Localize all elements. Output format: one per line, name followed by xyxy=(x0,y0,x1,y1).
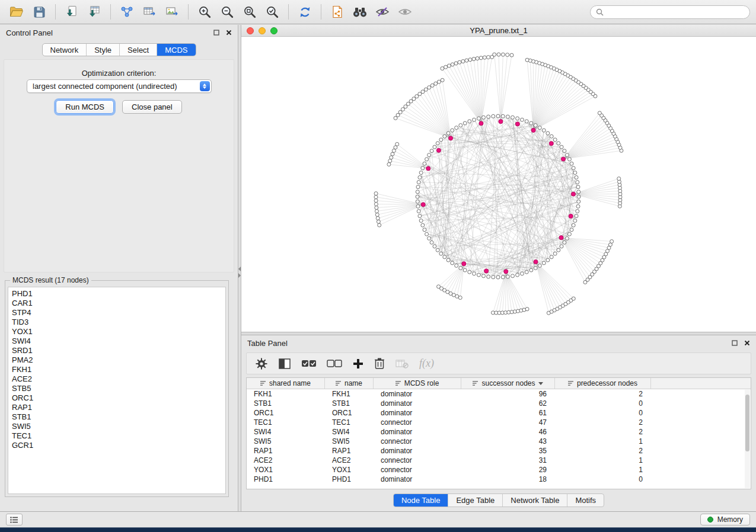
cell-shared-name: FKH1 xyxy=(247,390,325,398)
mcds-result-item[interactable]: PMA2 xyxy=(12,355,222,365)
cell-successor-nodes: 43 xyxy=(461,437,555,446)
cell-name: SWI4 xyxy=(325,428,374,436)
table-row[interactable]: TEC1 TEC1 connector 47 2 xyxy=(247,418,751,427)
splitter-grip-icon[interactable] xyxy=(238,267,241,278)
column-header-name[interactable]: name xyxy=(325,378,374,389)
close-window-button[interactable] xyxy=(247,27,254,34)
cell-name: RAP1 xyxy=(325,447,374,455)
mcds-result-item[interactable]: SRD1 xyxy=(12,346,222,355)
open-session-button[interactable] xyxy=(6,2,27,21)
status-menu-button[interactable] xyxy=(6,514,23,525)
close-panel-button[interactable]: Close panel xyxy=(122,100,182,114)
mcds-result-item[interactable]: PHD1 xyxy=(12,289,222,299)
export-image-button[interactable] xyxy=(161,2,183,21)
zoom-out-button[interactable] xyxy=(216,2,238,21)
dropdown-arrows-icon xyxy=(200,81,210,91)
cell-mcds-role: dominator xyxy=(374,390,461,398)
mcds-result-item[interactable]: STB1 xyxy=(12,412,222,422)
settings-gear-icon[interactable] xyxy=(255,357,268,370)
table-row[interactable]: ACE2 ACE2 connector 31 1 xyxy=(247,456,751,465)
tab-node-table[interactable]: Node Table xyxy=(394,494,449,507)
close-panel-icon[interactable] xyxy=(226,30,232,36)
table-panel: Table Panel xyxy=(241,335,756,511)
cell-shared-name: SWI5 xyxy=(247,437,325,446)
minimize-window-button[interactable] xyxy=(259,27,266,34)
toolbar-separator xyxy=(110,4,111,20)
float-panel-icon[interactable] xyxy=(732,340,738,346)
optimization-criterion-select[interactable]: largest connected component (undirected) xyxy=(27,79,212,93)
find-button[interactable] xyxy=(349,2,371,21)
cell-mcds-role: connector xyxy=(374,418,461,427)
table-row[interactable]: RAP1 RAP1 dominator 35 2 xyxy=(247,446,751,456)
mcds-result-item[interactable]: RAP1 xyxy=(12,403,222,412)
scrollbar-thumb[interactable] xyxy=(745,395,749,451)
zoom-fit-button[interactable] xyxy=(239,2,260,21)
network-titlebar[interactable]: YPA_prune.txt_1 xyxy=(241,25,756,37)
control-panel-tabs: Network Style Select MCDS xyxy=(42,43,196,56)
table-row[interactable]: FKH1 FKH1 dominator 96 2 xyxy=(247,389,751,399)
mcds-result-item[interactable]: TEC1 xyxy=(12,431,222,441)
mcds-result-item[interactable]: SWI4 xyxy=(12,336,222,346)
mcds-result-item[interactable]: FKH1 xyxy=(12,365,222,374)
delete-column-icon[interactable] xyxy=(374,357,385,370)
search-box[interactable] xyxy=(590,5,750,19)
column-header-successor-nodes[interactable]: successor nodes xyxy=(461,378,555,389)
mcds-result-item[interactable]: YOX1 xyxy=(12,327,222,336)
cell-predecessor-nodes: 2 xyxy=(555,390,651,398)
import-table-button[interactable] xyxy=(84,2,105,21)
apply-layout-button[interactable] xyxy=(294,2,315,21)
import-network-icon xyxy=(65,5,79,18)
table-row[interactable]: PHD1 PHD1 dominator 18 0 xyxy=(247,475,751,484)
network-canvas[interactable] xyxy=(241,37,756,332)
mcds-result-item[interactable]: CAR1 xyxy=(12,299,222,308)
close-panel-icon[interactable] xyxy=(744,340,750,346)
hide-unselected-button[interactable] xyxy=(372,2,393,21)
run-mcds-button[interactable]: Run MCDS xyxy=(56,100,114,114)
tab-motifs[interactable]: Motifs xyxy=(567,494,604,507)
column-header-predecessor-nodes[interactable]: predecessor nodes xyxy=(555,378,651,389)
mcds-result-list[interactable]: PHD1CAR1STP4TID3YOX1SWI4SRD1PMA2FKH1ACE2… xyxy=(8,287,226,494)
maximize-window-button[interactable] xyxy=(270,27,277,34)
select-all-icon[interactable] xyxy=(301,358,317,370)
search-input[interactable] xyxy=(607,8,744,16)
show-all-button[interactable] xyxy=(394,2,416,21)
tab-select[interactable]: Select xyxy=(120,44,157,56)
table-row[interactable]: SWI4 SWI4 dominator 46 2 xyxy=(247,427,751,437)
table-row[interactable]: YOX1 YOX1 connector 29 1 xyxy=(247,465,751,475)
table-row[interactable]: ORC1 ORC1 dominator 61 0 xyxy=(247,408,751,418)
import-network-button[interactable] xyxy=(61,2,82,21)
export-network-button[interactable] xyxy=(116,2,138,21)
zoom-in-button[interactable] xyxy=(194,2,215,21)
mcds-result-item[interactable]: GCR1 xyxy=(12,441,222,450)
table-row[interactable]: SWI5 SWI5 connector 43 1 xyxy=(247,437,751,446)
cell-predecessor-nodes: 0 xyxy=(555,409,651,417)
cell-predecessor-nodes: 1 xyxy=(555,456,651,464)
mcds-result-item[interactable]: TID3 xyxy=(12,318,222,327)
table-scrollbar[interactable] xyxy=(745,390,750,488)
tab-network[interactable]: Network xyxy=(42,44,87,56)
export-table-button[interactable] xyxy=(139,2,160,21)
cell-shared-name: ACE2 xyxy=(247,456,325,464)
cell-mcds-role: connector xyxy=(374,466,461,474)
tab-network-table[interactable]: Network Table xyxy=(503,494,567,507)
zoom-selected-button[interactable] xyxy=(261,2,283,21)
mcds-result-item[interactable]: STB5 xyxy=(12,384,222,393)
mcds-result-item[interactable]: SWI5 xyxy=(12,422,222,431)
mcds-result-item[interactable]: ACE2 xyxy=(12,374,222,384)
mcds-result-item[interactable]: STP4 xyxy=(12,308,222,318)
float-panel-icon[interactable] xyxy=(213,30,219,36)
tab-style[interactable]: Style xyxy=(87,44,120,56)
tab-edge-table[interactable]: Edge Table xyxy=(448,494,503,507)
cell-predecessor-nodes: 2 xyxy=(555,447,651,455)
column-header-mcds-role[interactable]: MCDS role xyxy=(374,378,461,389)
column-header-shared-name[interactable]: shared name xyxy=(247,378,325,389)
save-session-button[interactable] xyxy=(28,2,50,21)
mcds-result-item[interactable]: ORC1 xyxy=(12,393,222,403)
share-network-button[interactable] xyxy=(327,2,348,21)
tab-mcds[interactable]: MCDS xyxy=(157,44,195,56)
memory-button[interactable]: Memory xyxy=(700,514,750,525)
table-row[interactable]: STB1 STB1 dominator 62 0 xyxy=(247,399,751,408)
show-columns-icon[interactable] xyxy=(278,358,291,370)
deselect-all-icon[interactable] xyxy=(327,358,342,370)
add-column-icon[interactable] xyxy=(352,358,364,370)
